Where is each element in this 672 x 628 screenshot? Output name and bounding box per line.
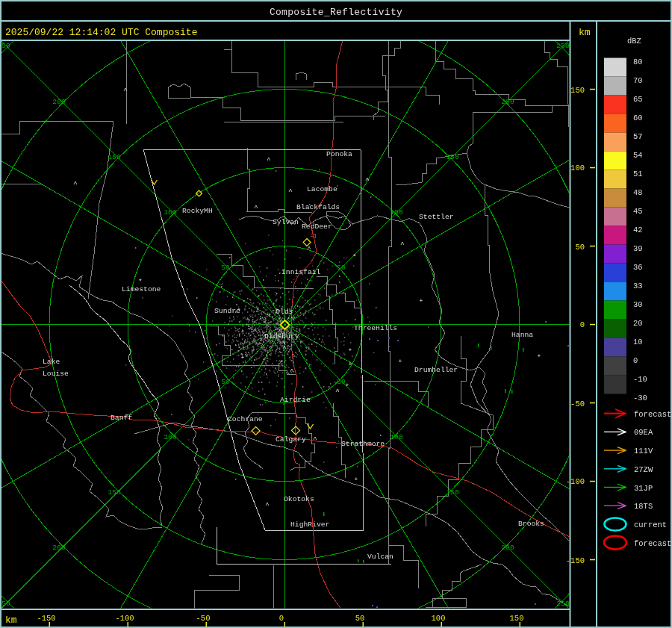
svg-text:-30: -30 <box>633 394 647 402</box>
svg-text:33: 33 <box>633 282 643 290</box>
svg-text:km: km <box>579 27 591 38</box>
svg-text:111V: 111V <box>634 447 653 456</box>
svg-text:250: 250 <box>556 42 570 50</box>
svg-text:30: 30 <box>633 300 643 309</box>
svg-text:250: 250 <box>0 42 10 50</box>
svg-text:+: + <box>241 354 245 361</box>
svg-text:Sundre: Sundre <box>214 307 240 315</box>
svg-text:200: 200 <box>52 544 66 552</box>
svg-text:+: + <box>420 297 423 304</box>
svg-text:Okotoks: Okotoks <box>284 495 314 503</box>
svg-text:200: 200 <box>501 544 514 552</box>
svg-text:0: 0 <box>580 320 585 329</box>
svg-text:forecast: forecast <box>634 410 671 419</box>
svg-text:10: 10 <box>633 338 643 346</box>
svg-text:80: 80 <box>633 57 643 66</box>
svg-text:^: ^ <box>288 187 293 196</box>
svg-text:forecast: forecast <box>634 539 671 548</box>
svg-text:Sylvan: Sylvan <box>273 218 299 226</box>
svg-text:60: 60 <box>633 114 643 122</box>
svg-text:65: 65 <box>633 95 643 104</box>
svg-text:RockyMH: RockyMH <box>182 207 213 215</box>
svg-text:Limestone: Limestone <box>122 285 161 293</box>
svg-text:54: 54 <box>633 151 643 160</box>
svg-text:100: 100 <box>390 433 403 441</box>
svg-text:50: 50 <box>337 264 346 272</box>
svg-text:50: 50 <box>337 378 346 386</box>
svg-text:100: 100 <box>164 433 177 441</box>
svg-text:150: 150 <box>570 86 585 95</box>
svg-text:0: 0 <box>633 356 638 365</box>
svg-text:^: ^ <box>123 87 128 95</box>
svg-text:^: ^ <box>307 245 311 253</box>
svg-text:200: 200 <box>501 98 514 106</box>
svg-text:^: ^ <box>313 435 317 444</box>
svg-text:57: 57 <box>633 132 643 141</box>
svg-text:27ZW: 27ZW <box>634 465 653 474</box>
svg-text:Ponoka: Ponoka <box>326 150 352 158</box>
svg-text:50: 50 <box>221 378 230 386</box>
svg-text:100: 100 <box>390 208 403 217</box>
svg-text:Strathmore: Strathmore <box>341 440 385 448</box>
svg-text:20: 20 <box>633 319 643 328</box>
svg-text:^: ^ <box>265 501 270 509</box>
svg-text:45: 45 <box>633 207 643 216</box>
svg-text:-10: -10 <box>633 375 647 384</box>
svg-text:50: 50 <box>575 243 585 252</box>
svg-text:^: ^ <box>73 180 78 188</box>
svg-text:200: 200 <box>52 98 66 106</box>
svg-text:+: + <box>349 346 352 353</box>
svg-text:150: 150 <box>108 153 121 161</box>
svg-text:-150: -150 <box>37 614 55 623</box>
svg-text:Cochrane: Cochrane <box>228 415 263 423</box>
svg-text:+: + <box>346 382 349 388</box>
svg-text:150: 150 <box>446 488 459 497</box>
svg-text:Stettler: Stettler <box>419 213 454 221</box>
svg-text:-100: -100 <box>115 614 134 623</box>
svg-text:^: ^ <box>267 156 271 164</box>
svg-text:2025/09/22 12:14:02 UTC Compos: 2025/09/22 12:14:02 UTC Composite <box>5 27 197 38</box>
svg-text:-150: -150 <box>566 556 585 565</box>
svg-text:Lake: Lake <box>43 358 60 366</box>
svg-text:Drumheller: Drumheller <box>414 366 458 374</box>
svg-text:^: ^ <box>282 344 287 352</box>
svg-text:150: 150 <box>108 488 121 497</box>
svg-text:100: 100 <box>164 208 177 217</box>
svg-text:km: km <box>5 615 17 626</box>
svg-text:^: ^ <box>254 204 258 212</box>
svg-text:current: current <box>634 520 667 529</box>
svg-text:250: 250 <box>0 600 10 608</box>
svg-text:Didsbury: Didsbury <box>264 332 299 341</box>
svg-text:^: ^ <box>290 367 294 376</box>
svg-text:Olds: Olds <box>276 308 293 316</box>
svg-text:Innisfail: Innisfail <box>281 268 321 276</box>
svg-text:150: 150 <box>510 614 524 623</box>
svg-text:100: 100 <box>432 614 446 623</box>
svg-text:Calgary: Calgary <box>276 435 306 444</box>
svg-text:^: ^ <box>335 388 340 396</box>
svg-text:150: 150 <box>446 153 459 161</box>
svg-text:31JP: 31JP <box>634 484 653 493</box>
svg-text:Airdrie: Airdrie <box>280 396 311 404</box>
svg-text:Brooks: Brooks <box>518 520 544 528</box>
svg-text:^: ^ <box>400 240 405 249</box>
svg-text:^: ^ <box>365 176 370 184</box>
svg-text:50: 50 <box>221 264 230 272</box>
svg-text:09EA: 09EA <box>634 428 653 437</box>
svg-text:Composite_Reflectivity: Composite_Reflectivity <box>270 7 402 18</box>
svg-text:70: 70 <box>633 76 643 85</box>
svg-text:36: 36 <box>633 263 643 272</box>
svg-text:ThreeHills: ThreeHills <box>354 324 397 332</box>
svg-text:HighRiver: HighRiver <box>290 520 329 529</box>
svg-text:-50: -50 <box>570 400 585 408</box>
svg-text:Blackfalds: Blackfalds <box>296 203 340 211</box>
svg-text:*: * <box>352 253 357 261</box>
svg-text:-100: -100 <box>566 477 585 486</box>
svg-text:18TS: 18TS <box>634 502 653 511</box>
svg-text:51: 51 <box>633 170 643 178</box>
svg-text:Lacombe: Lacombe <box>307 185 337 193</box>
svg-text:-50: -50 <box>196 614 211 623</box>
svg-text:48: 48 <box>633 188 643 197</box>
svg-text:+: + <box>399 358 402 364</box>
svg-text:Banff: Banff <box>111 414 132 422</box>
